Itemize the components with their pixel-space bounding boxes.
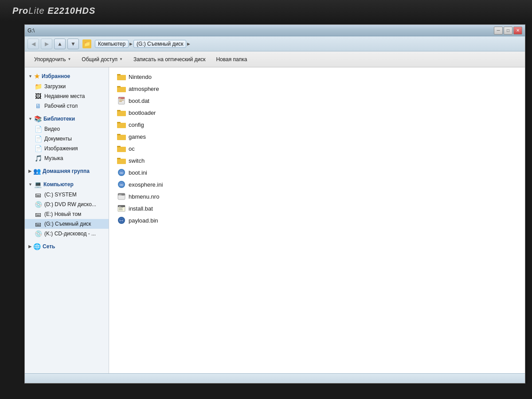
list-item[interactable]: Nintendo (115, 71, 519, 82)
svg-text:DAT: DAT (119, 98, 121, 99)
list-item[interactable]: oc (115, 143, 519, 154)
svg-rect-32 (119, 207, 123, 208)
music-icon: 🎵 (35, 155, 42, 162)
minimize-button[interactable]: ─ (494, 27, 503, 35)
sidebar-item-drive-g[interactable]: 🖴 (G:) Съемный диск (25, 219, 109, 229)
drive-d-label: (D:) DVD RW диско... (44, 201, 96, 207)
folder-icon: 📁 (82, 39, 91, 48)
sidebar-header-libraries[interactable]: ▼ 📚 Библиотеки (25, 113, 109, 124)
folder-atmosphere-icon (117, 84, 126, 93)
sidebar-item-video[interactable]: 📄 Видео (25, 124, 109, 134)
svg-rect-10 (117, 111, 126, 116)
list-item[interactable]: atmosphere (115, 83, 519, 94)
newfolder-button[interactable]: Новая папка (211, 55, 252, 64)
list-item[interactable]: switch (115, 155, 519, 166)
address-bar: ◀ ▶ ▲ ▼ 📁 Компьютер ▶ (G:) Съемный диск … (25, 36, 525, 51)
file-name: exosphere.ini (129, 181, 163, 188)
sidebar-header-network[interactable]: ▶ 🌐 Сеть (25, 241, 109, 252)
path-arrow-1[interactable]: ▶ (129, 42, 133, 46)
sidebar-header-computer[interactable]: ▼ 💻 Компьютер (25, 179, 109, 190)
sidebar-item-music[interactable]: 🎵 Музыка (25, 153, 109, 163)
svg-rect-34 (119, 210, 123, 210)
drive-c-label: (C:) SYSTEM (44, 192, 77, 198)
recent-button[interactable]: ▼ (67, 39, 79, 49)
svg-rect-7 (119, 101, 122, 102)
list-item[interactable]: DAT boot.dat (115, 95, 519, 106)
sidebar-header-favorites[interactable]: ▼ ★ Избранное (25, 71, 109, 82)
path-computer[interactable]: Компьютер (95, 40, 129, 48)
sidebar-item-drive-e[interactable]: 🖴 (E:) Новый том (25, 209, 109, 219)
list-item[interactable]: BIN payload.bin (115, 215, 519, 226)
sidebar-section-homegroup: ▶ 👥 Домашняя группа (25, 166, 109, 176)
file-name: hbmenu.nro (129, 193, 159, 200)
drive-g-label: (G:) Съемный диск (44, 221, 91, 227)
svg-rect-17 (117, 146, 121, 147)
svg-text:NRO: NRO (119, 194, 121, 196)
file-installbat-icon: BAT (117, 204, 126, 213)
svg-rect-12 (117, 123, 126, 128)
sidebar-section-computer: ▼ 💻 Компьютер 🖴 (C:) SYSTEM 💿 (D:) DVD R… (25, 179, 109, 239)
list-item[interactable]: NRO hbmenu.nro (115, 191, 519, 202)
svg-text:BAT: BAT (119, 206, 121, 207)
svg-rect-11 (117, 110, 121, 111)
monitor-logo: ProLite E2210HDS (12, 6, 95, 16)
burn-button[interactable]: Записать на оптический диск (129, 55, 211, 64)
list-item[interactable]: BAT install.bat (115, 203, 519, 214)
docs-icon: 📄 (35, 135, 42, 142)
maximize-button[interactable]: □ (504, 27, 512, 35)
forward-button[interactable]: ▶ (41, 39, 52, 49)
folder-games-icon (117, 132, 126, 141)
homegroup-icon: 👥 (33, 168, 41, 175)
images-icon: 📄 (35, 145, 42, 152)
sidebar-item-drive-k[interactable]: 💿 (K:) CD-дисковод - ... (25, 229, 109, 239)
sort-arrow: ▼ (67, 57, 71, 61)
up-button[interactable]: ▲ (54, 39, 66, 49)
star-icon: ★ (34, 73, 40, 80)
video-icon: 📄 (35, 125, 42, 133)
file-exosphereini-icon: INI (117, 180, 126, 189)
recent-icon: 🖼 (35, 93, 42, 100)
svg-text:INI: INI (120, 184, 124, 186)
chevron-network: ▶ (28, 244, 31, 249)
list-item[interactable]: config (115, 119, 519, 130)
folder-icon: 📁 (35, 83, 42, 90)
path-drive[interactable]: (G:) Съемный диск (133, 40, 186, 48)
sidebar-item-drive-c[interactable]: 🖴 (C:) SYSTEM (25, 190, 109, 200)
list-item[interactable]: bootloader (115, 107, 519, 118)
path-arrow-2[interactable]: ▶ (187, 42, 190, 46)
newfolder-label: Новая папка (216, 56, 247, 63)
file-bootini-icon: INI (117, 168, 126, 177)
sidebar-item-desktop[interactable]: 🖥 Рабочий стол (25, 101, 109, 111)
share-label: Общий доступ (82, 56, 117, 63)
list-item[interactable]: INI boot.ini (115, 167, 519, 178)
sidebar: ▼ ★ Избранное 📁 Загрузки 🖼 Недавние мест… (25, 67, 109, 373)
file-name: Nintendo (129, 74, 152, 80)
desktop-icon: 🖥 (35, 102, 42, 110)
back-button[interactable]: ◀ (27, 39, 39, 49)
library-icon: 📚 (34, 115, 42, 122)
list-item[interactable]: INI exosphere.ini (115, 179, 519, 190)
drive-k-icon: 💿 (35, 230, 42, 237)
sidebar-item-recent[interactable]: 🖼 Недавние места (25, 91, 109, 101)
file-name: atmosphere (129, 86, 159, 92)
sidebar-item-images[interactable]: 📄 Изображения (25, 144, 109, 153)
homegroup-label: Домашняя группа (43, 168, 90, 174)
address-path: Компьютер ▶ (G:) Съемный диск ▶ (95, 40, 190, 48)
svg-rect-15 (117, 134, 121, 135)
svg-rect-0 (117, 75, 126, 80)
sidebar-item-downloads[interactable]: 📁 Загрузки (25, 82, 109, 91)
file-name: switch (129, 157, 145, 164)
close-button[interactable]: ✕ (513, 27, 522, 35)
sidebar-header-homegroup[interactable]: ▶ 👥 Домашняя группа (25, 166, 109, 176)
sidebar-item-drive-d[interactable]: 💿 (D:) DVD RW диско... (25, 200, 109, 209)
downloads-label: Загрузки (44, 83, 66, 90)
toolbar: Упорядочить ▼ Общий доступ ▼ Записать на… (25, 51, 525, 67)
file-name: bootloader (129, 110, 156, 116)
sort-button[interactable]: Упорядочить ▼ (29, 55, 76, 64)
list-item[interactable]: games (115, 131, 519, 142)
explorer-window: G:\ ─ □ ✕ ◀ ▶ ▲ ▼ 📁 Компьютер ▶ (G:) Съе… (24, 24, 525, 383)
sidebar-item-docs[interactable]: 📄 Документы (25, 134, 109, 144)
favorites-label: Избранное (42, 73, 70, 79)
share-button[interactable]: Общий доступ ▼ (77, 55, 128, 64)
sidebar-section-network: ▶ 🌐 Сеть (25, 241, 109, 252)
